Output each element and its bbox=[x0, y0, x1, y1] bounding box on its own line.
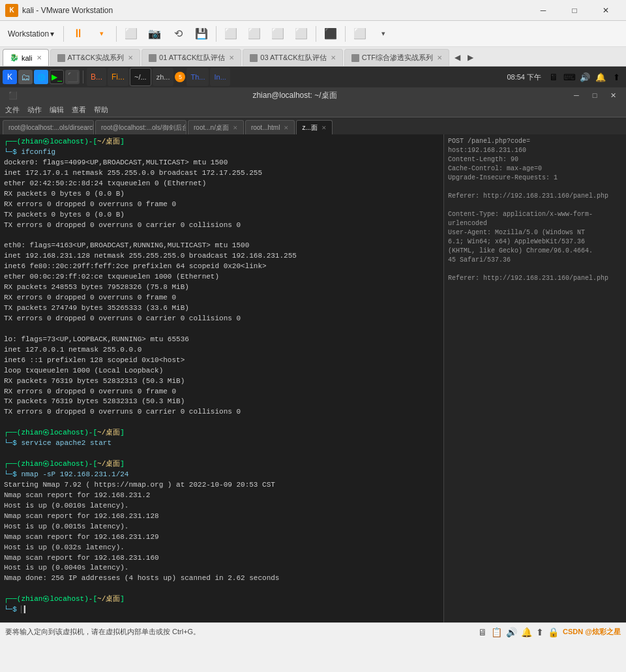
term-line-32: Host is up (0.0010s latency). bbox=[4, 501, 440, 512]
suspend-button[interactable]: 💾 bbox=[191, 23, 212, 44]
play-dropdown[interactable]: ▾ bbox=[91, 23, 112, 44]
term-line-31: Nmap scan report for 192.168.231.2 bbox=[4, 491, 440, 501]
tab-scroll-left[interactable]: ◀ bbox=[451, 49, 464, 66]
workstation-menu[interactable]: Workstation ▾ bbox=[3, 27, 59, 41]
term-tab-3[interactable]: root...n/桌面 ✕ bbox=[188, 120, 244, 134]
ctrl-alt-button[interactable]: ⬜ bbox=[291, 23, 312, 44]
close-button[interactable]: ✕ bbox=[591, 0, 621, 21]
term-line-39: Nmap done: 256 IP addresses (4 hosts up)… bbox=[4, 573, 440, 584]
csdn-watermark: CSDN @炫彩之星 bbox=[563, 627, 621, 637]
term-line-9: TX errors 0 dropped 0 overruns 0 carrier… bbox=[4, 221, 440, 231]
term-line-15: RX errors 0 dropped 0 overruns 0 frame 0 bbox=[4, 293, 440, 303]
term-tab-4[interactable]: root...html ✕ bbox=[245, 120, 295, 134]
taskbar-volume-icon[interactable]: 🔊 bbox=[578, 70, 592, 84]
vm-tabs-bar: 🐉 kali ✕ ATT&CK实战系列 ✕ 01 ATT&CK红队评估 ✕ 03… bbox=[0, 47, 626, 67]
term-line-36: Host is up (0.032s latency). bbox=[4, 543, 440, 553]
terminal-icon[interactable]: ▶_ bbox=[50, 70, 64, 84]
taskbar-browser3[interactable]: Th... bbox=[186, 68, 209, 86]
term-line-22: RX packets 76319 bytes 52832313 (50.3 Mi… bbox=[4, 376, 440, 387]
view-button[interactable]: ⬜ bbox=[350, 23, 370, 44]
term-menu-edit[interactable]: 编辑 bbox=[50, 105, 64, 115]
term-tab-1[interactable]: root@localhost:...ols/dirsearch ✕ bbox=[3, 120, 94, 134]
terminal-right-pane: POST /panel.php?code= host:192.168.231.1… bbox=[443, 134, 626, 622]
snapshot-button[interactable]: 📷 bbox=[144, 23, 165, 44]
terminal-close[interactable]: ✕ bbox=[605, 89, 621, 102]
status-icon-up[interactable]: ⬆ bbox=[536, 627, 544, 637]
taskbar-keyboard-icon[interactable]: ⌨ bbox=[562, 70, 576, 84]
term-menu-file[interactable]: 文件 bbox=[5, 105, 20, 115]
status-icon-vm[interactable]: 🖥 bbox=[478, 627, 487, 637]
taskbar-circle[interactable]: 5 bbox=[175, 72, 185, 82]
term-line-blank4 bbox=[4, 449, 440, 459]
right-blank-3 bbox=[448, 265, 622, 274]
taskbar-time: 08:54 下午 bbox=[503, 68, 545, 86]
terminal-maximize[interactable]: □ bbox=[587, 89, 603, 102]
file-manager-icon[interactable]: 🗂 bbox=[18, 70, 33, 84]
ctrl-alt-del-button[interactable]: ⬜ bbox=[267, 23, 288, 44]
right-line-2: host:192.168.231.160 bbox=[448, 146, 622, 155]
terminal-minimize[interactable]: ─ bbox=[569, 89, 584, 102]
maximize-button[interactable]: □ bbox=[559, 0, 589, 21]
pause-button[interactable]: ⏸ bbox=[68, 23, 89, 44]
minimize-button[interactable]: ─ bbox=[528, 0, 558, 21]
term-line-14: RX packets 248553 bytes 79528326 (75.8 M… bbox=[4, 283, 440, 293]
status-icon-volume[interactable]: 🔊 bbox=[506, 627, 517, 637]
vm-tab-attck2[interactable]: 01 ATT&CK红队评估 ✕ bbox=[142, 49, 241, 66]
taskbar-browser2[interactable]: Fi... bbox=[108, 68, 128, 86]
term-line-30: Starting Nmap 7.92 ( https://nmap.org ) … bbox=[4, 480, 440, 491]
toolbar: Workstation ▾ ⏸ ▾ ⬜ 📷 ⟲ 💾 ⬜ ⬜ ⬜ ⬜ ⬛ ⬜ ▾ bbox=[0, 21, 626, 47]
view-dropdown[interactable]: ▾ bbox=[373, 23, 394, 44]
right-line-12: Referer: http://192.168.231.160/panel.ph… bbox=[448, 274, 622, 283]
status-icon-clipboard[interactable]: 📋 bbox=[491, 627, 502, 637]
term-line-12: inet6 fe80::20c:29ff:feff:2ce prefixlen … bbox=[4, 262, 440, 272]
term-menu-view[interactable]: 查看 bbox=[72, 105, 86, 115]
right-line-3: Content-Length: 90 bbox=[448, 155, 622, 164]
term-line-28: ┌──(zhian㉿locahost)-[~/桌面] bbox=[4, 459, 440, 470]
taskbar-screen-icon[interactable]: 🖥 bbox=[546, 70, 561, 84]
status-icon-notify[interactable]: 🔔 bbox=[521, 627, 532, 637]
taskbar-browser1[interactable]: B... bbox=[87, 68, 106, 86]
term-line-29: └─$ nmap -sP 192.168.231.1/24 bbox=[4, 470, 440, 480]
browser-icon[interactable]: 🌐 bbox=[34, 70, 48, 84]
term-tab-2[interactable]: root@localhost:...ols/御剑后台扫描珍藏版 ✕ bbox=[95, 120, 186, 134]
taskbar-notify-icon[interactable]: 🔔 bbox=[593, 70, 608, 84]
send-to-button[interactable]: ⬜ bbox=[121, 23, 142, 44]
right-line-9: 6.1; Win64; x64) AppleWebKit/537.36 bbox=[448, 237, 622, 247]
app-icon: K bbox=[5, 4, 18, 17]
status-icon-lock[interactable]: 🔒 bbox=[548, 627, 559, 637]
console-button[interactable]: ⬛ bbox=[320, 23, 341, 44]
term-line-blank2 bbox=[4, 324, 440, 335]
right-line-10: (KHTML, like Gecko) Chrome/96.0.4664. bbox=[448, 247, 622, 256]
unity-button[interactable]: ⬜ bbox=[244, 23, 265, 44]
term-line-26: ┌──(zhian㉿locahost)-[~/桌面] bbox=[4, 428, 440, 438]
term-line-23: RX errors 0 dropped 0 overruns 0 frame 0 bbox=[4, 387, 440, 397]
custom-icon[interactable]: ⬛ bbox=[65, 70, 80, 84]
taskbar-terminal2[interactable]: zh... bbox=[153, 68, 174, 86]
right-line-8: User-Agent: Mozilla/5.0 (Windows NT bbox=[448, 228, 622, 237]
kali-menu-icon[interactable]: K bbox=[3, 70, 17, 84]
revert-button[interactable]: ⟲ bbox=[168, 23, 188, 44]
term-menu-action[interactable]: 动作 bbox=[27, 105, 42, 115]
vm-tab-attck1[interactable]: ATT&CK实战系列 ✕ bbox=[50, 49, 141, 66]
terminal-main-pane[interactable]: ┌──(zhian㉿locahost)-[~/桌面] └─$ ifconfig … bbox=[0, 134, 443, 622]
vm-tab-kali[interactable]: 🐉 kali ✕ bbox=[3, 49, 49, 66]
taskbar-browser4[interactable]: In... bbox=[210, 68, 230, 86]
term-line-24: TX packets 76319 bytes 52832313 (50.3 Mi… bbox=[4, 397, 440, 407]
taskbar-terminal1[interactable]: ~/... bbox=[130, 68, 151, 86]
term-line-8: TX packets 0 bytes 0 (0.0 B) bbox=[4, 210, 440, 221]
tab-scroll-right[interactable]: ▶ bbox=[464, 49, 477, 66]
terminal-icon-small: ⬛ bbox=[5, 89, 21, 102]
fullscreen-button[interactable]: ⬜ bbox=[220, 23, 241, 44]
vm-tab-ctf[interactable]: CTF综合渗透实战系列 ✕ bbox=[344, 49, 449, 66]
window-title: kali - VMware Workstation bbox=[22, 6, 528, 15]
term-tab-5[interactable]: z...面 ✕ bbox=[296, 120, 332, 134]
term-line-34: Host is up (0.0015s latency). bbox=[4, 522, 440, 532]
vm-tab-attck3[interactable]: 03 ATT&CK红队评估 ✕ bbox=[243, 49, 342, 66]
term-line-38: Host is up (0.0040s latency). bbox=[4, 563, 440, 573]
terminal-body[interactable]: ┌──(zhian㉿locahost)-[~/桌面] └─$ ifconfig … bbox=[0, 134, 626, 622]
term-line-25: TX errors 0 dropped 0 overruns 0 carrier… bbox=[4, 407, 440, 418]
term-menu-help[interactable]: 帮助 bbox=[94, 105, 108, 115]
status-bar: 要将输入定向到该虚拟机，请在虚拟机内部单击或按 Ctrl+G。 🖥 📋 🔊 🔔 … bbox=[0, 622, 626, 641]
taskbar-up-icon[interactable]: ⬆ bbox=[609, 70, 623, 84]
term-line-blank3 bbox=[4, 418, 440, 428]
